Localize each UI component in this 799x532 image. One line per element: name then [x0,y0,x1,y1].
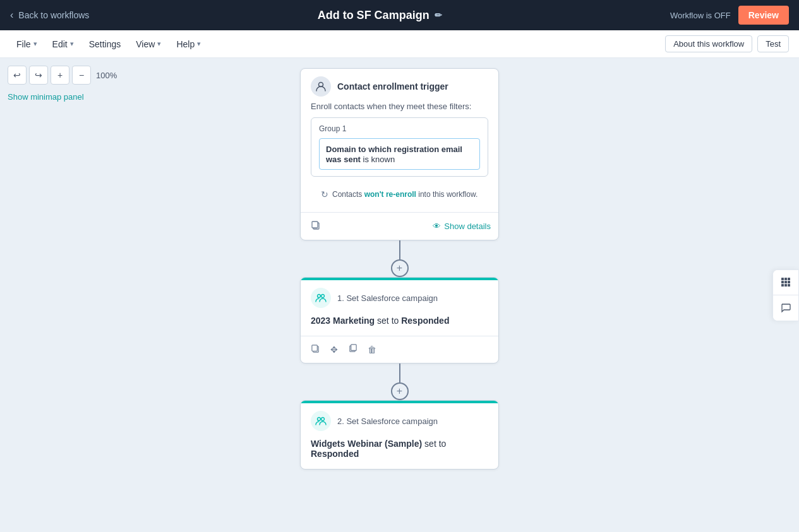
zoom-out-button[interactable]: − [72,66,91,85]
action-1-duplicate-button[interactable] [345,341,360,358]
svg-rect-18 [784,284,787,287]
secondary-nav: File ▾ Edit ▾ Settings View ▾ Help ▾ Abo… [0,30,799,58]
reenroll-sync-icon: ↻ [321,189,328,199]
action-1-move-button[interactable]: ✥ [328,342,340,357]
top-bar-right: Workflow is OFF Review [670,6,789,25]
trigger-icon [311,76,331,97]
action-1-copy-button[interactable] [308,341,323,358]
action-1-bold: 2023 Marketing [311,316,375,326]
action-1-footer: ✥ 🗑 [301,336,498,363]
workflow-title-area: Add to SF Campaign ✏ [318,9,442,22]
add-step-1[interactable]: + [391,259,409,277]
trigger-body: Enroll contacts when they meet these fil… [301,102,498,212]
svg-point-9 [318,418,321,421]
trigger-card: Contact enrollment trigger Enroll contac… [300,68,499,240]
reenroll-suffix: into this workflow. [416,190,478,199]
nav-view[interactable]: View ▾ [129,35,167,53]
workflow-title: Add to SF Campaign [318,9,430,22]
edit-title-icon[interactable]: ✏ [435,10,442,20]
svg-rect-2 [312,222,318,228]
enroll-text: Enroll contacts when they meet these fil… [311,102,488,111]
action-2-body: Widgets Webinar (Sample) set to Responde… [301,436,498,469]
nav-settings[interactable]: Settings [83,35,128,53]
action-1-mid: set to [375,316,401,326]
connector-3 [399,364,400,382]
right-sidebar [772,269,799,321]
about-workflow-button[interactable]: About this workflow [665,35,752,52]
svg-rect-14 [781,281,784,283]
svg-rect-15 [784,281,787,283]
filter-rest: is known [361,155,395,164]
action-2-end: Responded [311,449,359,459]
back-label: Back to workflows [18,10,89,20]
action-1-body: 2023 Marketing set to Responded [301,313,498,336]
show-details-button[interactable]: 👁 Show details [433,222,491,231]
svg-rect-12 [784,278,787,280]
review-button[interactable]: Review [738,6,789,25]
svg-rect-11 [781,278,784,280]
trigger-copy-button[interactable] [308,218,323,235]
svg-point-10 [321,418,325,421]
action-1-header: 1. Set Salesforce campaign [301,280,498,313]
reenroll-link[interactable]: won't re-enroll [364,190,416,199]
workflow-status: Workflow is OFF [670,11,731,20]
action-1-delete-button[interactable]: 🗑 [365,342,379,357]
group-label: Group 1 [319,124,480,133]
action-1-icon [311,288,331,308]
action-2-bold: Widgets Webinar (Sample) [311,439,422,449]
eye-icon: 👁 [433,222,441,231]
reenroll-prefix: Contacts [332,190,364,199]
nav-edit[interactable]: Edit ▾ [46,35,80,53]
group-box: Group 1 Domain to which registration ema… [311,117,488,177]
zoom-in-button[interactable]: + [51,66,69,85]
svg-rect-17 [781,284,784,287]
svg-rect-19 [788,284,790,287]
file-chevron-icon: ▾ [33,40,37,48]
action-1-desc: 2023 Marketing set to Responded [311,316,449,326]
trigger-header: Contact enrollment trigger [301,69,498,102]
svg-rect-8 [351,345,356,350]
workflow-canvas: Contact enrollment trigger Enroll contac… [0,58,799,532]
zoom-toolbar: ↩ ↪ + − 100% [8,66,117,85]
back-chevron-icon: ‹ [10,9,13,21]
zoom-level: 100% [96,71,117,80]
edit-chevron-icon: ▾ [70,40,74,48]
reenroll-text: Contacts won't re-enroll into this workf… [332,190,478,199]
action-2-mid: set to [422,439,446,449]
action-2-icon [311,411,331,431]
undo-button[interactable]: ↩ [8,66,27,85]
nav-items: File ▾ Edit ▾ Settings View ▾ Help ▾ [10,35,207,53]
action-2-header: 2. Set Salesforce campaign [301,403,498,436]
filter-text: Domain to which registration email was s… [326,145,462,164]
filter-box: Domain to which registration email was s… [319,138,480,170]
add-step-2[interactable]: + [391,382,409,400]
action-2-desc: Widgets Webinar (Sample) set to Responde… [311,439,446,459]
back-to-workflows[interactable]: ‹ Back to workflows [10,9,89,21]
nav-file[interactable]: File ▾ [10,35,44,53]
action-card-2: 2. Set Salesforce campaign Widgets Webin… [300,400,499,470]
svg-rect-13 [788,278,790,280]
canvas-area: ↩ ↪ + − 100% Show minimap panel Contact … [0,58,799,532]
action-2-title: 2. Set Salesforce campaign [337,417,438,426]
top-bar: ‹ Back to workflows Add to SF Campaign ✏… [0,0,799,30]
connector-1 [399,240,400,259]
svg-point-4 [321,295,325,298]
nav-help[interactable]: Help ▾ [170,35,207,53]
action-1-end: Responded [401,316,449,326]
help-chevron-icon: ▾ [197,40,201,48]
svg-point-3 [318,295,321,298]
trigger-card-footer: 👁 Show details [301,212,498,240]
svg-rect-6 [312,345,317,351]
trigger-title: Contact enrollment trigger [337,81,448,92]
action-card-1: 1. Set Salesforce campaign 2023 Marketin… [300,277,499,364]
reenroll-row: ↻ Contacts won't re-enroll into this wor… [311,184,488,207]
view-chevron-icon: ▾ [157,40,161,48]
nav-buttons: About this workflow Test [665,35,789,52]
sidebar-chat-button[interactable] [773,295,798,321]
sidebar-grid-button[interactable] [773,270,798,295]
svg-rect-16 [788,281,790,283]
redo-button[interactable]: ↪ [29,66,48,85]
action-1-title: 1. Set Salesforce campaign [337,293,438,303]
test-button[interactable]: Test [757,35,789,52]
